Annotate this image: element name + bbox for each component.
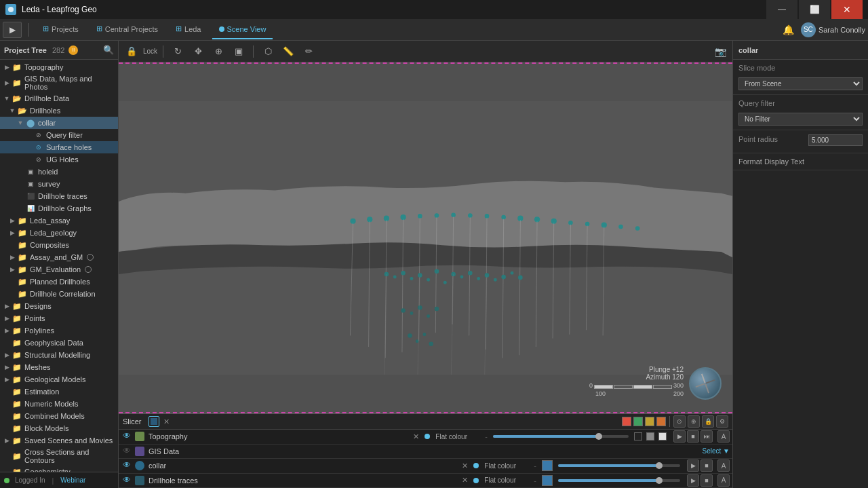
tree-item-drillholes[interactable]: ▼ 📂 Drillholes xyxy=(0,105,118,117)
tree-item-leda-geology[interactable]: ▶ 📁 Leda_geology xyxy=(0,227,118,239)
close-slicer-button[interactable]: ✕ xyxy=(163,417,170,426)
close-topography-button[interactable]: ✕ xyxy=(413,432,419,441)
close-collar-button[interactable]: ✕ xyxy=(462,462,468,470)
tree-item-meshes[interactable]: ▶ 📁 Meshes xyxy=(0,361,118,373)
tab-projects[interactable]: ⊞ Projects xyxy=(36,20,85,39)
traces-icon: ⬛ xyxy=(26,191,35,201)
zoom-button[interactable]: ⊕ xyxy=(210,43,227,60)
folder-icon-gm-eval: 📁 xyxy=(18,265,27,274)
camera-button[interactable]: 📷 xyxy=(712,43,728,60)
tool-btn-1[interactable]: ⊙ xyxy=(673,415,686,428)
stop-btn-collar[interactable]: ■ xyxy=(701,459,713,472)
tree-item-collar[interactable]: ▼ ⬤ collar xyxy=(0,117,118,129)
tree-item-query-filter[interactable]: ▶ ⊘ Query filter xyxy=(0,129,118,141)
label-cross-sections: Cross Sections and Contours xyxy=(24,448,115,464)
tool-btn-4[interactable]: ⚙ xyxy=(716,415,728,428)
minimize-button[interactable]: — xyxy=(766,0,797,19)
measure-button[interactable]: 📏 xyxy=(279,43,297,60)
tree-item-geophysical[interactable]: ▶ 📁 Geophysical Data xyxy=(0,337,118,349)
tree-item-composites[interactable]: ▶ 📁 Composites xyxy=(0,239,118,251)
arrow-leda-assay: ▶ xyxy=(8,217,16,225)
gis-select-dropdown[interactable]: Select ▼ xyxy=(703,447,730,455)
tab-scene-view[interactable]: Scene View xyxy=(212,20,273,39)
maximize-button[interactable]: ⬜ xyxy=(799,0,830,19)
close-traces-button[interactable]: ✕ xyxy=(462,476,468,485)
tree-item-topography[interactable]: ▶ 📁 Topography xyxy=(0,61,118,73)
tree-item-holeid[interactable]: ▶ ▣ holeid xyxy=(0,166,118,178)
tree-item-ug-holes[interactable]: ▶ ⊘ UG Holes xyxy=(0,153,118,166)
topography-action-A[interactable]: A xyxy=(717,430,730,443)
tree-item-leda-assay[interactable]: ▶ 📁 Leda_assay xyxy=(0,214,118,227)
topography-layer-label: Topography xyxy=(149,432,410,440)
annotate-button[interactable]: ✏ xyxy=(300,43,317,60)
notification-button[interactable]: 🔔 xyxy=(780,24,797,35)
tree-search-icon[interactable]: 🔍 xyxy=(103,45,114,55)
tree-item-survey[interactable]: ▶ ▣ survey xyxy=(0,178,118,190)
tree-item-scenes[interactable]: ▶ 📁 Saved Scenes and Movies xyxy=(0,434,118,447)
collar-action-A[interactable]: A xyxy=(717,459,730,472)
tree-item-geological[interactable]: ▶ 📁 Geological Models xyxy=(0,373,118,386)
visibility-toggle-collar[interactable]: 👁 xyxy=(121,460,132,471)
visibility-toggle-topography[interactable]: 👁 xyxy=(121,431,132,442)
tree-item-gis[interactable]: ▶ 📁 GIS Data, Maps and Photos xyxy=(0,73,118,92)
stop-btn-topography[interactable]: ■ xyxy=(687,430,699,443)
tree-item-correlation[interactable]: ▶ 📁 Drillhole Correlation xyxy=(0,288,118,300)
tree-item-planned[interactable]: ▶ 📁 Planned Drillholes xyxy=(0,276,118,288)
traces-action-A[interactable]: A xyxy=(717,474,730,487)
select-button[interactable]: ▣ xyxy=(230,43,248,60)
visibility-toggle-gis[interactable]: 👁 xyxy=(121,446,132,457)
close-button[interactable]: ✕ xyxy=(831,0,863,19)
tree-item-drillhole-graphs[interactable]: ▶ 📊 Drillhole Graphs xyxy=(0,202,118,214)
record-button[interactable]: ▶ xyxy=(3,22,22,38)
pan-button[interactable]: ✥ xyxy=(189,43,207,60)
color-swatch-orange[interactable] xyxy=(656,417,666,426)
color-swatch-yellow[interactable] xyxy=(645,417,654,426)
nav-cube[interactable] xyxy=(689,367,722,400)
lock-button[interactable]: 🔒 xyxy=(123,43,140,60)
color-swatch-green[interactable] xyxy=(633,417,643,426)
tool-btn-3[interactable]: 🔒 xyxy=(702,415,714,428)
tree-item-points[interactable]: ▶ 📁 Points xyxy=(0,312,118,324)
user-area[interactable]: SC Sarah Conolly xyxy=(801,22,865,37)
tree-item-surface-holes[interactable]: ▶ ⊙ Surface holes xyxy=(0,141,118,153)
tab-central-projects[interactable]: ⊞ Central Projects xyxy=(90,20,165,39)
label-query-filter: Query filter xyxy=(46,131,83,139)
topography-swatch-light[interactable] xyxy=(658,432,667,440)
tree-item-gm-eval[interactable]: ▶ 📁 GM_Evaluation xyxy=(0,263,118,276)
visibility-toggle-traces[interactable]: 👁 xyxy=(121,475,132,486)
tree-item-combined[interactable]: ▶ 📁 Combined Models xyxy=(0,410,118,422)
tab-leda[interactable]: ⊞ Leda xyxy=(169,20,208,39)
tree-item-geochemistry[interactable]: ▶ 📁 Geochemistry xyxy=(0,466,118,472)
topography-slider-area[interactable] xyxy=(493,431,629,442)
tree-item-polylines[interactable]: ▶ 📁 Polylines xyxy=(0,324,118,337)
3d-viewport[interactable]: Plunge +12 Azimuth 120 0 300 100 200 xyxy=(119,62,732,413)
stop-btn-traces[interactable]: ■ xyxy=(701,474,713,487)
slice-mode-select[interactable]: From Scene Manual xyxy=(738,77,863,90)
tree-item-cross-sections[interactable]: ▶ 📁 Cross Sections and Contours xyxy=(0,447,118,466)
point-radius-input[interactable] xyxy=(808,134,863,146)
gis-layer-icon xyxy=(135,447,144,456)
next-btn-topography[interactable]: ⏭ xyxy=(701,430,713,443)
tree-item-drillhole-traces[interactable]: ▶ ⬛ Drillhole traces xyxy=(0,190,118,202)
tree-item-structural[interactable]: ▶ 📁 Structural Modelling xyxy=(0,349,118,361)
topography-swatch-dark[interactable] xyxy=(634,432,642,440)
play-btn-traces[interactable]: ▶ xyxy=(687,474,699,487)
tree-item-assay-gm[interactable]: ▶ 📁 Assay_and_GM xyxy=(0,251,118,263)
traces-slider-area[interactable] xyxy=(558,475,680,486)
tree-item-block[interactable]: ▶ 📁 Block Models xyxy=(0,422,118,434)
query-filter-select[interactable]: No Filter xyxy=(738,113,863,126)
tree-item-designs[interactable]: ▶ 📁 Designs xyxy=(0,300,118,312)
slice-button[interactable]: ⬡ xyxy=(259,43,277,60)
tree-item-drillhole-data[interactable]: ▼ 📂 Drillhole Data xyxy=(0,92,118,105)
tree-item-estimation[interactable]: ▶ 📁 Estimation xyxy=(0,386,118,398)
traces-swatch[interactable] xyxy=(542,475,553,486)
tool-btn-2[interactable]: ⊕ xyxy=(688,415,700,428)
topography-swatch-mid[interactable] xyxy=(646,432,654,440)
rotate-button[interactable]: ↻ xyxy=(169,43,186,60)
color-swatch-red[interactable] xyxy=(622,417,631,426)
collar-slider-area[interactable] xyxy=(558,460,680,471)
play-btn-topography[interactable]: ▶ xyxy=(673,430,686,443)
tree-item-numeric[interactable]: ▶ 📁 Numeric Models xyxy=(0,398,118,410)
collar-swatch[interactable] xyxy=(542,460,553,471)
play-btn-collar[interactable]: ▶ xyxy=(687,459,699,472)
